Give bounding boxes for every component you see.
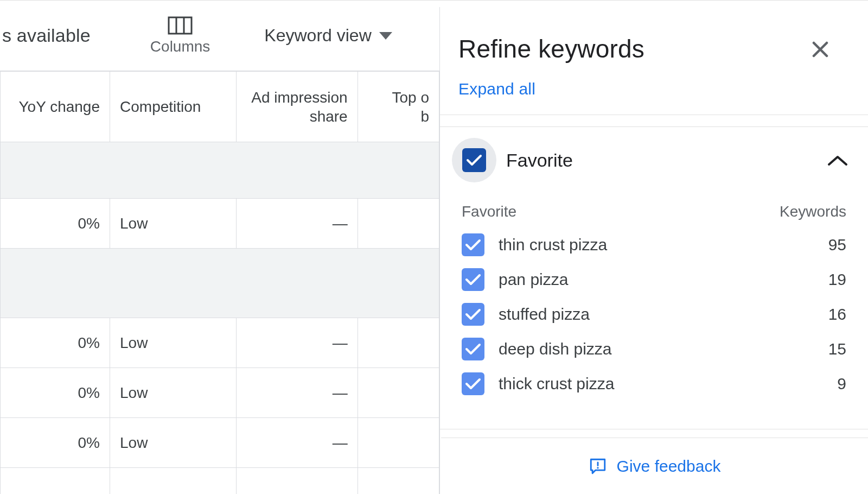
keywords-table: YoY change Competition Ad impression sha… [0, 71, 439, 494]
cell-yoy: 0% [1, 199, 110, 249]
table-row[interactable]: 0% Low — [1, 368, 439, 418]
item-checkbox[interactable] [462, 372, 484, 395]
cell-top [358, 199, 439, 249]
subhead-left: Favorite [462, 203, 516, 220]
col-header-share[interactable]: Ad impression share [237, 72, 358, 142]
svg-point-4 [597, 467, 598, 468]
check-icon [465, 308, 481, 321]
cell-yoy: 0% [1, 368, 110, 418]
item-checkbox[interactable] [462, 268, 484, 291]
cell-top [358, 368, 439, 418]
check-icon [466, 154, 482, 167]
check-icon [465, 273, 481, 286]
col-header-competition[interactable]: Competition [110, 72, 237, 142]
table-toolbar: s available Columns Keyword view [0, 1, 439, 71]
group-checkbox[interactable] [462, 148, 486, 172]
col-header-top-bid[interactable]: Top ob [358, 72, 439, 142]
close-button[interactable] [810, 34, 830, 59]
refine-item[interactable]: stuffed pizza 16 [458, 303, 850, 326]
item-count: 95 [817, 236, 850, 254]
cell-share: — [237, 318, 358, 368]
keyword-view-dropdown[interactable]: Keyword view [264, 26, 392, 46]
columns-icon [168, 16, 193, 35]
previous-group-peek: flour, bread, cheese, baking powder, yog… [440, 115, 868, 126]
close-icon [810, 40, 830, 59]
group-subheader: Favorite Keywords [458, 181, 850, 228]
refine-group-favorite: Favorite Favorite Keywords thin crust pi… [440, 126, 868, 414]
cell-top [358, 477, 439, 495]
cell-competition: Low [110, 199, 237, 249]
item-checkbox[interactable] [462, 303, 484, 326]
expand-all-link[interactable]: Expand all [440, 73, 868, 115]
refine-items-list: thin crust pizza 95 pan pizza 19 stuffed… [458, 228, 850, 395]
available-label: s available [0, 25, 91, 46]
cell-share: — [237, 418, 358, 468]
chevron-down-icon [379, 32, 392, 40]
check-icon [465, 377, 481, 390]
item-checkbox[interactable] [462, 338, 484, 360]
group-header-toggle[interactable]: Favorite [458, 139, 850, 181]
refine-item[interactable]: deep dish pizza 15 [458, 338, 850, 360]
item-count: 15 [817, 340, 850, 358]
table-group-row [1, 142, 439, 199]
item-label: stuffed pizza [499, 305, 803, 324]
refine-item[interactable]: thin crust pizza 95 [458, 233, 850, 256]
panel-title: Refine keywords [458, 34, 644, 64]
cell-yoy: 0% [1, 418, 110, 468]
svg-rect-0 [169, 17, 192, 34]
cell-yoy: 0% [1, 318, 110, 368]
columns-button[interactable]: Columns [150, 16, 210, 55]
columns-label: Columns [150, 38, 210, 55]
panel-header: Refine keywords [440, 7, 868, 73]
table-row[interactable]: 0% Low — [1, 477, 439, 495]
item-label: deep dish pizza [499, 340, 803, 358]
table-row[interactable]: 0% Low — [1, 418, 439, 468]
table-group-row [1, 249, 439, 318]
check-icon [465, 238, 481, 251]
refine-keywords-panel: Refine keywords Expand all flour, bread,… [439, 7, 868, 494]
cell-share: — [237, 199, 358, 249]
table-row[interactable]: 0% Low — [1, 199, 439, 249]
item-label: pan pizza [499, 270, 803, 289]
feedback-label: Give feedback [617, 457, 721, 476]
refine-item[interactable]: pan pizza 19 [458, 268, 850, 291]
item-count: 9 [817, 375, 850, 393]
cell-yoy: 0% [1, 477, 110, 495]
give-feedback-button[interactable]: Give feedback [441, 438, 868, 494]
cell-share: — [237, 368, 358, 418]
cell-competition: Low [110, 318, 237, 368]
table-body: 0% Low — 0% Low — 0% Low — [1, 142, 439, 495]
table-header-row: YoY change Competition Ad impression sha… [1, 72, 439, 142]
app-root: s available Columns Keyword view YoY cha… [0, 0, 868, 494]
check-icon [465, 343, 481, 356]
collapse-toggle[interactable] [827, 154, 850, 167]
cell-top [358, 318, 439, 368]
col-header-yoy[interactable]: YoY change [1, 72, 110, 142]
panel-divider [440, 429, 868, 429]
cell-share: — [237, 477, 358, 495]
cell-top [358, 418, 439, 468]
cell-competition: Low [110, 477, 237, 495]
item-label: thin crust pizza [499, 236, 803, 254]
view-label: Keyword view [264, 26, 371, 46]
item-count: 19 [817, 270, 850, 289]
cell-competition: Low [110, 418, 237, 468]
group-title: Favorite [506, 150, 827, 171]
item-count: 16 [817, 305, 850, 324]
table-row[interactable]: 0% Low — [1, 318, 439, 368]
feedback-icon [589, 457, 607, 476]
cell-competition: Low [110, 368, 237, 418]
item-checkbox[interactable] [462, 233, 484, 256]
item-label: thick crust pizza [499, 375, 803, 393]
chevron-up-icon [827, 154, 848, 167]
group-checkbox-ring [452, 138, 496, 182]
subhead-right: Keywords [780, 203, 846, 220]
refine-item[interactable]: thick crust pizza 9 [458, 372, 850, 395]
